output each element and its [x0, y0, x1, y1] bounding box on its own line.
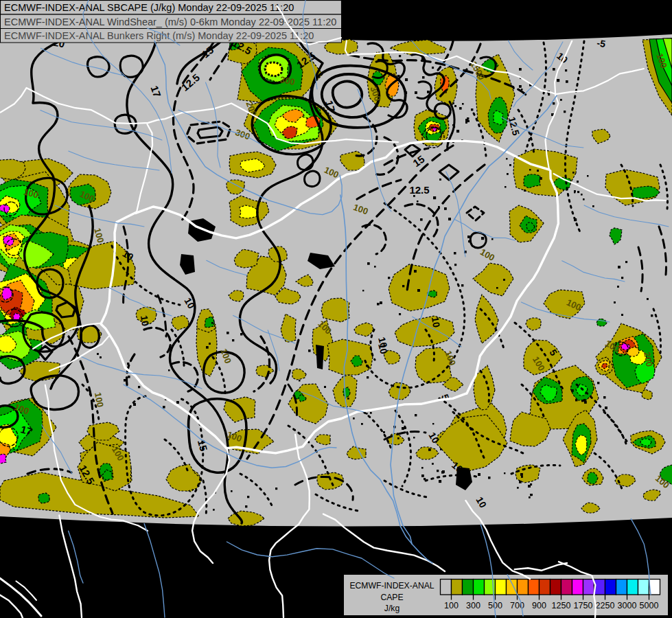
svg-text:ECMWF-INDEX-ANAL: ECMWF-INDEX-ANAL	[349, 581, 434, 591]
svg-text:900: 900	[532, 601, 546, 610]
svg-text:1750: 1750	[574, 601, 593, 610]
svg-text:J/kg: J/kg	[384, 604, 399, 613]
svg-text:ECMWF-INDEX-ANAL SBCAPE (J/kg): ECMWF-INDEX-ANAL SBCAPE (J/kg) Monday 22…	[4, 2, 294, 13]
svg-text:ECMWF-INDEX-ANAL Bunkers Right: ECMWF-INDEX-ANAL Bunkers Right (m/s) Mon…	[4, 30, 314, 41]
svg-text:CAPE: CAPE	[380, 593, 403, 602]
svg-text:10: 10	[430, 316, 442, 328]
svg-text:100: 100	[444, 601, 459, 610]
svg-text:12.5: 12.5	[409, 184, 429, 196]
svg-text:2250: 2250	[596, 601, 615, 610]
svg-text:5000: 5000	[640, 601, 659, 610]
svg-text:1250: 1250	[552, 601, 571, 610]
svg-text:3000: 3000	[618, 601, 637, 610]
svg-text:10: 10	[139, 314, 151, 327]
svg-text:300: 300	[466, 601, 480, 610]
